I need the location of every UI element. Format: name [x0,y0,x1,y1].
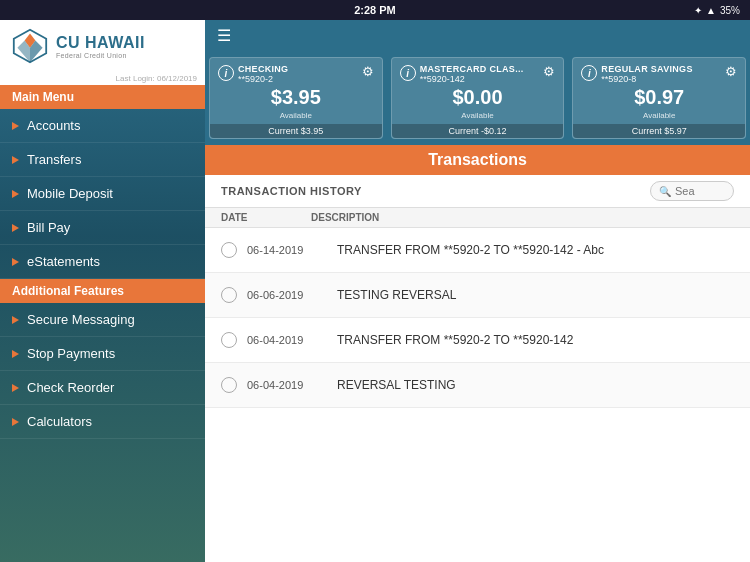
sidebar-label-transfers: Transfers [27,152,81,167]
arrow-icon-mobile-deposit [12,190,19,198]
account-number-mastercard: **5920-142 [420,74,540,84]
sidebar-label-calculators: Calculators [27,414,92,429]
settings-icon-savings[interactable]: ⚙ [725,64,737,79]
account-card-header-checking: i CHECKING **5920-2 ⚙ [218,64,374,84]
sidebar-content: CU HAWAII Federal Credit Union Last Logi… [0,20,205,439]
tx-description-2: TRANSFER FROM **5920-2 TO **5920-142 [337,333,573,347]
sidebar-label-stop-payments: Stop Payments [27,346,115,361]
info-icon-savings[interactable]: i [581,65,597,81]
arrow-icon-accounts [12,122,19,130]
table-row[interactable]: 06-06-2019 TESTING REVERSAL [205,273,750,318]
sidebar-item-bill-pay[interactable]: Bill Pay [0,211,205,245]
tx-toolbar: TRANSACTION HISTORY 🔍 [205,175,750,208]
logo-sub: Federal Credit Union [56,52,145,59]
account-card-checking[interactable]: i CHECKING **5920-2 ⚙ $3.95 Available Cu… [209,57,383,139]
accounts-strip: i CHECKING **5920-2 ⚙ $3.95 Available Cu… [205,51,750,145]
settings-icon-checking[interactable]: ⚙ [362,64,374,79]
account-available-mastercard: Available [400,111,556,120]
logo-text: CU HAWAII Federal Credit Union [56,34,145,59]
sidebar: CU HAWAII Federal Credit Union Last Logi… [0,20,205,562]
sidebar-item-stop-payments[interactable]: Stop Payments [0,337,205,371]
transactions-header: Transactions [205,145,750,175]
sidebar-label-mobile-deposit: Mobile Deposit [27,186,113,201]
table-row[interactable]: 06-04-2019 REVERSAL TESTING [205,363,750,408]
tx-description-0: TRANSFER FROM **5920-2 TO **5920-142 - A… [337,243,604,257]
account-balance-checking: $3.95 [218,86,374,109]
search-box[interactable]: 🔍 [650,181,734,201]
sidebar-label-estatements: eStatements [27,254,100,269]
hamburger-menu[interactable]: ☰ [217,26,231,45]
info-icon-mastercard[interactable]: i [400,65,416,81]
tx-radio-0[interactable] [221,242,237,258]
account-title-savings: REGULAR SAVINGS **5920-8 [597,64,725,84]
tx-date-1: 06-06-2019 [247,289,327,301]
tx-date-2: 06-04-2019 [247,334,327,346]
arrow-icon-estatements [12,258,19,266]
sidebar-item-calculators[interactable]: Calculators [0,405,205,439]
wifi-icon: ▲ [706,5,716,16]
account-current-checking: Current $3.95 [210,124,382,138]
account-balance-mastercard: $0.00 [400,86,556,109]
tx-radio-2[interactable] [221,332,237,348]
account-card-savings[interactable]: i REGULAR SAVINGS **5920-8 ⚙ $0.97 Avail… [572,57,746,139]
sidebar-label-secure-messaging: Secure Messaging [27,312,135,327]
search-icon: 🔍 [659,186,671,197]
sidebar-item-check-reorder[interactable]: Check Reorder [0,371,205,405]
tx-date-3: 06-04-2019 [247,379,327,391]
status-bar: 2:28 PM ✦ ▲ 35% [0,0,750,20]
battery-text: 35% [720,5,740,16]
tx-date-0: 06-14-2019 [247,244,327,256]
tx-col-headers: DATE DESCRIPTION [205,208,750,228]
last-login: Last Login: 06/12/2019 [0,72,205,85]
col-header-description: DESCRIPTION [311,212,379,223]
logo-icon [12,28,48,64]
sidebar-item-mobile-deposit[interactable]: Mobile Deposit [0,177,205,211]
account-name-mastercard: MASTERCARD CLAS... [420,64,540,74]
bluetooth-icon: ✦ [694,5,702,16]
tx-history-label: TRANSACTION HISTORY [221,185,362,197]
table-row[interactable]: 06-14-2019 TRANSFER FROM **5920-2 TO **5… [205,228,750,273]
arrow-icon-check-reorder [12,384,19,392]
additional-features-header: Additional Features [0,279,205,303]
sidebar-item-estatements[interactable]: eStatements [0,245,205,279]
tx-radio-3[interactable] [221,377,237,393]
main-content: ☰ i CHECKING **5920-2 ⚙ $3.95 Available … [205,20,750,562]
sidebar-item-secure-messaging[interactable]: Secure Messaging [0,303,205,337]
tx-radio-1[interactable] [221,287,237,303]
tx-description-1: TESTING REVERSAL [337,288,456,302]
settings-icon-mastercard[interactable]: ⚙ [543,64,555,79]
account-available-savings: Available [581,111,737,120]
table-row[interactable]: 06-04-2019 TRANSFER FROM **5920-2 TO **5… [205,318,750,363]
arrow-icon-secure-messaging [12,316,19,324]
arrow-icon-stop-payments [12,350,19,358]
app-container: CU HAWAII Federal Credit Union Last Logi… [0,20,750,562]
arrow-icon-calculators [12,418,19,426]
sidebar-label-bill-pay: Bill Pay [27,220,70,235]
account-current-savings: Current $5.97 [573,124,745,138]
account-title-checking: CHECKING **5920-2 [234,64,362,84]
account-card-mastercard[interactable]: i MASTERCARD CLAS... **5920-142 ⚙ $0.00 … [391,57,565,139]
status-time: 2:28 PM [354,4,396,16]
account-name-savings: REGULAR SAVINGS [601,64,721,74]
account-number-savings: **5920-8 [601,74,721,84]
sidebar-label-check-reorder: Check Reorder [27,380,114,395]
sidebar-item-accounts[interactable]: Accounts [0,109,205,143]
search-input[interactable] [675,185,725,197]
account-card-header-savings: i REGULAR SAVINGS **5920-8 ⚙ [581,64,737,84]
account-number-checking: **5920-2 [238,74,358,84]
col-header-date: DATE [221,212,311,223]
account-balance-savings: $0.97 [581,86,737,109]
account-card-header-mastercard: i MASTERCARD CLAS... **5920-142 ⚙ [400,64,556,84]
arrow-icon-transfers [12,156,19,164]
info-icon-checking[interactable]: i [218,65,234,81]
top-nav: ☰ [205,20,750,51]
tx-description-3: REVERSAL TESTING [337,378,456,392]
status-right: ✦ ▲ 35% [694,5,740,16]
account-title-mastercard: MASTERCARD CLAS... **5920-142 [416,64,544,84]
account-name-checking: CHECKING [238,64,358,74]
arrow-icon-bill-pay [12,224,19,232]
account-available-checking: Available [218,111,374,120]
sidebar-item-transfers[interactable]: Transfers [0,143,205,177]
logo-name: CU HAWAII [56,34,145,52]
tx-list: 06-14-2019 TRANSFER FROM **5920-2 TO **5… [205,228,750,562]
